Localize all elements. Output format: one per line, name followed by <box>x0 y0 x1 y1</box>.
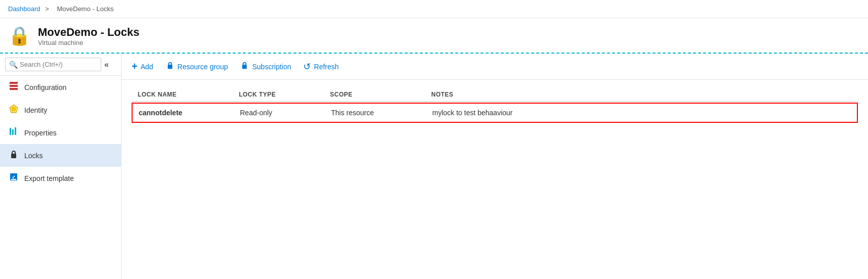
toolbar: + Add Resource group <box>121 54 868 80</box>
main-layout: 🔍 « Configuration Identity <box>0 54 868 279</box>
sidebar-item-export-template[interactable]: Export template <box>0 167 121 190</box>
cell-scope: This resource <box>331 109 432 117</box>
page-subtitle: Virtual machine <box>38 39 140 46</box>
breadcrumb-dashboard-link[interactable]: Dashboard <box>8 5 40 13</box>
collapse-button[interactable]: « <box>104 60 109 69</box>
page-header-icon: 🔒 <box>8 25 31 46</box>
svg-rect-0 <box>10 82 18 84</box>
add-label: Add <box>141 63 153 71</box>
svg-rect-1 <box>10 85 18 87</box>
svg-rect-5 <box>10 128 11 135</box>
add-button[interactable]: + Add <box>132 61 153 72</box>
refresh-button[interactable]: ↺ Refresh <box>303 61 339 72</box>
table-header: LOCK NAME LOCK TYPE SCOPE NOTES <box>132 88 858 102</box>
content-area: + Add Resource group <box>121 54 868 279</box>
locks-icon <box>8 149 19 162</box>
sidebar-item-label: Locks <box>24 152 43 160</box>
breadcrumb-separator: > <box>45 5 49 13</box>
svg-rect-11 <box>11 179 16 180</box>
cell-lock-type: Read-only <box>240 109 331 117</box>
col-lock-name: LOCK NAME <box>138 91 239 98</box>
resource-group-button[interactable]: Resource group <box>166 61 228 72</box>
resource-group-lock-icon <box>166 61 175 72</box>
svg-rect-2 <box>10 88 18 90</box>
svg-rect-13 <box>242 65 247 69</box>
svg-rect-12 <box>168 65 172 69</box>
page-header-text: MoveDemo - Locks Virtual machine <box>38 26 140 46</box>
sidebar-item-label: Export template <box>24 174 74 182</box>
resource-group-label: Resource group <box>178 63 228 71</box>
page-header: 🔒 MoveDemo - Locks Virtual machine <box>0 18 868 54</box>
sidebar-item-label: Properties <box>24 129 57 137</box>
refresh-label: Refresh <box>314 63 339 71</box>
refresh-icon: ↺ <box>303 61 311 72</box>
identity-icon <box>8 104 19 116</box>
svg-rect-6 <box>12 129 14 135</box>
breadcrumb: Dashboard > MoveDemo - Locks <box>0 0 868 18</box>
col-lock-type: LOCK TYPE <box>239 91 330 98</box>
search-input[interactable] <box>5 58 101 71</box>
svg-rect-7 <box>15 127 16 135</box>
sidebar-item-label: Configuration <box>24 83 66 91</box>
subscription-button[interactable]: Subscription <box>240 61 291 72</box>
table-row-highlighted: cannotdelete Read-only This resource myl… <box>132 103 858 123</box>
sidebar: 🔍 « Configuration Identity <box>0 54 121 279</box>
sidebar-item-properties[interactable]: Properties <box>0 121 121 144</box>
svg-rect-8 <box>11 154 16 158</box>
add-icon: + <box>132 61 138 72</box>
page-title: MoveDemo - Locks <box>38 26 140 39</box>
configuration-icon <box>8 81 19 94</box>
cell-lock-name: cannotdelete <box>139 109 240 117</box>
subscription-lock-icon <box>240 61 249 72</box>
cell-notes: mylock to test behaaviour <box>432 109 851 117</box>
export-template-icon <box>8 172 19 184</box>
locks-table: LOCK NAME LOCK TYPE SCOPE NOTES cannotde… <box>121 80 868 131</box>
sidebar-search-area: 🔍 « <box>0 54 121 76</box>
table-row[interactable]: cannotdelete Read-only This resource myl… <box>133 104 857 122</box>
breadcrumb-current: MoveDemo - Locks <box>57 5 113 13</box>
sidebar-item-locks[interactable]: Locks <box>0 144 121 167</box>
sidebar-item-configuration[interactable]: Configuration <box>0 76 121 99</box>
subscription-label: Subscription <box>252 63 291 71</box>
sidebar-item-label: Identity <box>24 106 47 114</box>
col-scope: SCOPE <box>330 91 431 98</box>
properties-icon <box>8 126 19 139</box>
sidebar-item-identity[interactable]: Identity <box>0 99 121 121</box>
col-notes: NOTES <box>431 91 852 98</box>
